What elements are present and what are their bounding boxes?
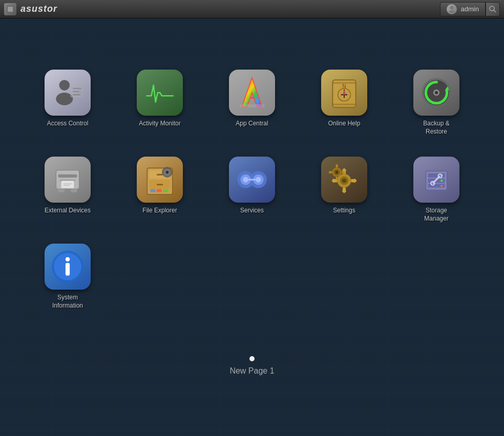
user-section[interactable]: admin [440,2,486,16]
app-icon-settings[interactable]: Settings [313,157,375,215]
svg-rect-81 [329,171,332,173]
logo-text: asustor [20,4,57,14]
svg-point-62 [243,177,248,182]
user-avatar-icon [447,4,457,14]
app-icon-file-explorer[interactable]: File Explorer [129,157,191,215]
svg-rect-1 [8,7,13,12]
desktop: Access Control Activity Monitor [0,18,504,436]
external-devices-icon-img [45,157,91,203]
activity-monitor-label: Activity Monitor [139,120,180,128]
pagination [249,356,255,361]
svg-point-2 [450,6,453,9]
svg-rect-57 [163,189,168,192]
svg-rect-8 [73,88,81,89]
svg-rect-10 [73,94,80,95]
svg-rect-79 [336,164,338,167]
access-control-label: Access Control [47,120,89,128]
app-icon-backup-restore[interactable]: Backup &Restore [406,70,467,136]
app-icon-app-central[interactable]: App Central [221,70,283,128]
svg-rect-80 [336,177,338,180]
empty-cell-3 [313,244,375,244]
page-dot-1[interactable] [249,356,255,361]
svg-rect-27 [332,82,355,83]
svg-rect-97 [66,263,70,276]
svg-point-54 [166,171,168,173]
topbar-right: admin [440,2,500,16]
svg-point-7 [56,93,73,105]
page-bottom: New Page 1 [229,341,274,376]
backup-restore-icon-img [413,70,459,116]
online-help-icon-img: N [321,70,367,116]
empty-cell-4 [406,244,467,244]
storage-manager-label: StorageManager [424,207,448,223]
app-central-icon-img [229,70,275,116]
page-label: New Page 1 [229,366,274,376]
svg-rect-19 [239,104,264,107]
activity-monitor-icon-img [137,70,183,116]
svg-point-90 [440,185,443,187]
app-icon-access-control[interactable]: Access Control [37,70,98,128]
system-information-label: SystemInformation [52,294,83,310]
svg-point-6 [59,80,70,91]
svg-point-3 [449,10,454,13]
services-label: Services [240,207,264,215]
svg-rect-9 [73,91,79,92]
app-icon-external-devices[interactable]: External Devices [37,157,98,215]
svg-rect-50 [157,184,163,185]
logo-icon [4,3,16,15]
svg-point-33 [435,91,438,94]
file-explorer-label: File Explorer [142,207,177,215]
online-help-label: Online Help [328,120,361,128]
search-button[interactable] [486,2,500,16]
svg-rect-55 [150,189,155,192]
svg-rect-40 [71,189,77,192]
topbar: asustor admin [0,0,504,18]
svg-rect-39 [58,189,64,192]
settings-icon-img [321,157,367,203]
empty-cell-1 [129,244,191,244]
svg-rect-49 [157,174,163,176]
app-central-label: App Central [236,120,268,128]
app-icon-services[interactable]: Services [221,157,283,215]
app-icon-system-information[interactable]: SystemInformation [37,244,98,310]
app-icon-online-help[interactable]: N Online Help [313,70,375,128]
file-explorer-icon-img [137,157,183,203]
svg-point-4 [490,6,494,11]
svg-point-78 [335,171,338,173]
app-icon-activity-monitor[interactable]: Activity Monitor [129,70,191,128]
storage-manager-icon-img [413,157,459,203]
svg-rect-42 [61,181,74,188]
svg-line-5 [494,10,496,12]
services-icon-img [229,157,275,203]
settings-label: Settings [333,207,355,215]
svg-point-67 [342,179,346,183]
system-information-icon-img [45,244,91,290]
svg-point-63 [256,177,261,182]
svg-point-96 [66,257,70,261]
backup-restore-label: Backup &Restore [423,120,449,136]
svg-rect-56 [157,189,162,192]
svg-rect-28 [332,104,355,105]
app-icon-storage-manager[interactable]: StorageManager [406,157,467,223]
svg-rect-82 [342,171,345,173]
access-control-icon-img [45,70,91,116]
logo-area: asustor [4,3,57,15]
user-name-label: admin [461,5,479,13]
svg-point-89 [440,180,443,182]
external-devices-label: External Devices [45,207,91,215]
svg-rect-37 [58,175,77,178]
empty-cell-2 [221,244,283,244]
app-grid: Access Control Activity Monitor [22,70,482,331]
